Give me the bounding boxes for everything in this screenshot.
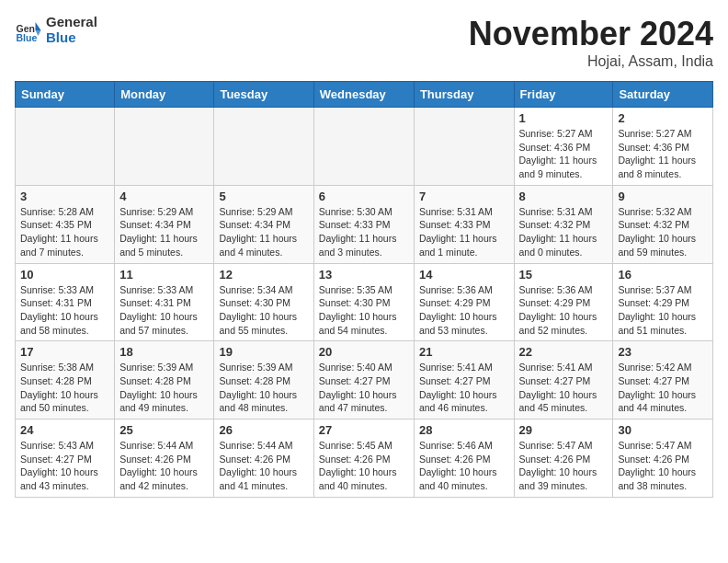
day-number: 7 [419, 190, 509, 203]
logo-icon: Gen Blue [15, 17, 42, 44]
day-number: 12 [219, 268, 308, 282]
day-info: Sunrise: 5:37 AM Sunset: 4:29 PM Dayligh… [618, 283, 708, 338]
calendar-cell: 22Sunrise: 5:41 AM Sunset: 4:27 PM Dayli… [514, 341, 613, 419]
calendar-cell [16, 108, 115, 186]
weekday-header-thursday: Thursday [414, 82, 514, 108]
calendar-cell: 3Sunrise: 5:28 AM Sunset: 4:35 PM Daylig… [16, 185, 115, 263]
calendar-cell: 4Sunrise: 5:29 AM Sunset: 4:34 PM Daylig… [115, 185, 214, 263]
day-info: Sunrise: 5:45 AM Sunset: 4:26 PM Dayligh… [319, 439, 409, 493]
calendar-cell [313, 108, 414, 186]
day-info: Sunrise: 5:33 AM Sunset: 4:31 PM Dayligh… [119, 283, 209, 338]
calendar-cell: 14Sunrise: 5:36 AM Sunset: 4:29 PM Dayli… [414, 263, 514, 341]
day-number: 9 [618, 190, 708, 203]
day-info: Sunrise: 5:33 AM Sunset: 4:31 PM Dayligh… [20, 283, 109, 338]
day-number: 3 [20, 190, 109, 203]
calendar-cell: 7Sunrise: 5:31 AM Sunset: 4:33 PM Daylig… [414, 185, 514, 263]
day-number: 30 [618, 423, 708, 437]
calendar-cell: 11Sunrise: 5:33 AM Sunset: 4:31 PM Dayli… [115, 263, 214, 341]
day-info: Sunrise: 5:27 AM Sunset: 4:36 PM Dayligh… [519, 127, 609, 181]
day-info: Sunrise: 5:29 AM Sunset: 4:34 PM Dayligh… [219, 205, 308, 259]
svg-text:Blue: Blue [17, 32, 38, 43]
day-info: Sunrise: 5:30 AM Sunset: 4:33 PM Dayligh… [319, 205, 409, 259]
weekday-header-tuesday: Tuesday [214, 82, 313, 108]
day-number: 29 [519, 423, 609, 437]
calendar-cell: 6Sunrise: 5:30 AM Sunset: 4:33 PM Daylig… [313, 185, 414, 263]
day-info: Sunrise: 5:47 AM Sunset: 4:26 PM Dayligh… [618, 439, 708, 493]
day-info: Sunrise: 5:35 AM Sunset: 4:30 PM Dayligh… [319, 283, 409, 338]
day-info: Sunrise: 5:43 AM Sunset: 4:27 PM Dayligh… [20, 439, 109, 493]
day-info: Sunrise: 5:36 AM Sunset: 4:29 PM Dayligh… [419, 283, 509, 338]
day-info: Sunrise: 5:38 AM Sunset: 4:28 PM Dayligh… [20, 361, 109, 415]
day-number: 27 [319, 423, 409, 437]
day-info: Sunrise: 5:41 AM Sunset: 4:27 PM Dayligh… [519, 361, 609, 415]
day-number: 26 [219, 423, 308, 437]
day-info: Sunrise: 5:32 AM Sunset: 4:32 PM Dayligh… [618, 205, 708, 259]
calendar-cell: 28Sunrise: 5:46 AM Sunset: 4:26 PM Dayli… [414, 419, 514, 498]
calendar-cell: 17Sunrise: 5:38 AM Sunset: 4:28 PM Dayli… [16, 341, 115, 419]
day-number: 4 [119, 190, 209, 203]
calendar-cell: 29Sunrise: 5:47 AM Sunset: 4:26 PM Dayli… [514, 419, 613, 498]
day-number: 15 [519, 268, 609, 282]
day-number: 23 [618, 345, 708, 359]
day-info: Sunrise: 5:41 AM Sunset: 4:27 PM Dayligh… [419, 361, 509, 415]
calendar-cell: 1Sunrise: 5:27 AM Sunset: 4:36 PM Daylig… [514, 108, 613, 186]
calendar-cell: 16Sunrise: 5:37 AM Sunset: 4:29 PM Dayli… [613, 263, 713, 341]
calendar-cell: 9Sunrise: 5:32 AM Sunset: 4:32 PM Daylig… [613, 185, 713, 263]
svg-marker-2 [36, 22, 41, 30]
weekday-header-wednesday: Wednesday [313, 82, 414, 108]
calendar-cell: 5Sunrise: 5:29 AM Sunset: 4:34 PM Daylig… [214, 185, 313, 263]
day-number: 13 [319, 268, 409, 282]
day-info: Sunrise: 5:39 AM Sunset: 4:28 PM Dayligh… [219, 361, 308, 415]
calendar-cell [115, 108, 214, 186]
calendar-cell: 13Sunrise: 5:35 AM Sunset: 4:30 PM Dayli… [313, 263, 414, 341]
day-number: 22 [519, 345, 609, 359]
calendar-table: SundayMondayTuesdayWednesdayThursdayFrid… [15, 81, 713, 498]
calendar-cell: 25Sunrise: 5:44 AM Sunset: 4:26 PM Dayli… [115, 419, 214, 498]
day-number: 2 [618, 111, 708, 125]
day-info: Sunrise: 5:42 AM Sunset: 4:27 PM Dayligh… [618, 361, 708, 415]
day-number: 25 [119, 423, 209, 437]
calendar-cell: 18Sunrise: 5:39 AM Sunset: 4:28 PM Dayli… [115, 341, 214, 419]
day-number: 8 [519, 190, 609, 203]
calendar-cell: 30Sunrise: 5:47 AM Sunset: 4:26 PM Dayli… [613, 419, 713, 498]
calendar-cell: 20Sunrise: 5:40 AM Sunset: 4:27 PM Dayli… [313, 341, 414, 419]
day-number: 21 [419, 345, 509, 359]
day-number: 11 [119, 268, 209, 282]
day-number: 24 [20, 423, 109, 437]
day-number: 18 [119, 345, 209, 359]
calendar-cell: 27Sunrise: 5:45 AM Sunset: 4:26 PM Dayli… [313, 419, 414, 498]
day-number: 14 [419, 268, 509, 282]
day-number: 28 [419, 423, 509, 437]
calendar-week-2: 3Sunrise: 5:28 AM Sunset: 4:35 PM Daylig… [16, 185, 713, 263]
day-info: Sunrise: 5:31 AM Sunset: 4:33 PM Dayligh… [419, 205, 509, 259]
calendar-cell [414, 108, 514, 186]
day-number: 17 [20, 345, 109, 359]
calendar-cell [214, 108, 313, 186]
title-area: November 2024 Hojai, Assam, India [469, 15, 713, 70]
calendar-cell: 26Sunrise: 5:44 AM Sunset: 4:26 PM Dayli… [214, 419, 313, 498]
day-info: Sunrise: 5:44 AM Sunset: 4:26 PM Dayligh… [119, 439, 209, 493]
day-info: Sunrise: 5:46 AM Sunset: 4:26 PM Dayligh… [419, 439, 509, 493]
day-info: Sunrise: 5:29 AM Sunset: 4:34 PM Dayligh… [119, 205, 209, 259]
day-number: 10 [20, 268, 109, 282]
day-info: Sunrise: 5:40 AM Sunset: 4:27 PM Dayligh… [319, 361, 409, 415]
calendar-cell: 23Sunrise: 5:42 AM Sunset: 4:27 PM Dayli… [613, 341, 713, 419]
location: Hojai, Assam, India [469, 53, 713, 70]
day-info: Sunrise: 5:47 AM Sunset: 4:26 PM Dayligh… [519, 439, 609, 493]
day-info: Sunrise: 5:36 AM Sunset: 4:29 PM Dayligh… [519, 283, 609, 338]
logo-blue-text: Blue [46, 30, 97, 46]
calendar-header-row: SundayMondayTuesdayWednesdayThursdayFrid… [16, 82, 713, 108]
day-number: 6 [319, 190, 409, 203]
calendar-week-4: 17Sunrise: 5:38 AM Sunset: 4:28 PM Dayli… [16, 341, 713, 419]
logo: Gen Blue General Blue [15, 15, 97, 45]
day-info: Sunrise: 5:31 AM Sunset: 4:32 PM Dayligh… [519, 205, 609, 259]
logo-general-text: General [46, 15, 97, 30]
day-number: 19 [219, 345, 308, 359]
weekday-header-monday: Monday [115, 82, 214, 108]
month-title: November 2024 [469, 15, 713, 53]
day-number: 5 [219, 190, 308, 203]
calendar-cell: 15Sunrise: 5:36 AM Sunset: 4:29 PM Dayli… [514, 263, 613, 341]
day-number: 1 [519, 111, 609, 125]
logo-text: General Blue [46, 15, 97, 45]
day-info: Sunrise: 5:27 AM Sunset: 4:36 PM Dayligh… [618, 127, 708, 181]
